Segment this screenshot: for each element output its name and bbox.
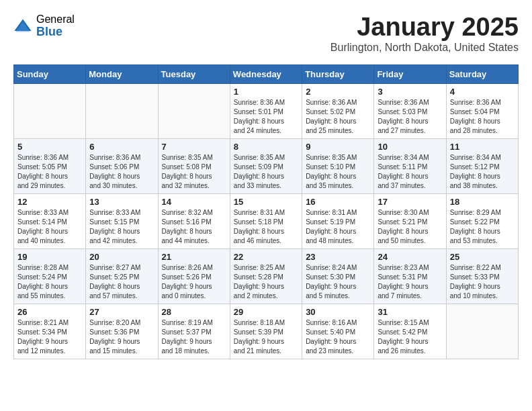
cell-content: Sunrise: 8:28 AM Sunset: 5:24 PM Dayligh… [17, 263, 82, 301]
logo-icon [13, 17, 32, 36]
day-number: 5 [17, 142, 82, 152]
day-number: 22 [234, 252, 298, 262]
cell-content: Sunrise: 8:29 AM Sunset: 5:22 PM Dayligh… [450, 208, 515, 246]
cell-content: Sunrise: 8:34 AM Sunset: 5:11 PM Dayligh… [378, 153, 442, 191]
calendar-cell: 8Sunrise: 8:35 AM Sunset: 5:09 PM Daylig… [230, 138, 302, 193]
calendar-cell [14, 83, 86, 138]
cell-content: Sunrise: 8:15 AM Sunset: 5:42 PM Dayligh… [378, 318, 442, 356]
day-number: 6 [89, 142, 154, 152]
cell-content: Sunrise: 8:31 AM Sunset: 5:18 PM Dayligh… [234, 208, 298, 246]
day-number: 26 [17, 307, 82, 317]
logo-general: General [36, 13, 75, 26]
weekday-header: Saturday [446, 64, 518, 83]
cell-content: Sunrise: 8:24 AM Sunset: 5:30 PM Dayligh… [306, 263, 370, 301]
day-number: 12 [17, 197, 82, 207]
cell-content: Sunrise: 8:21 AM Sunset: 5:34 PM Dayligh… [17, 318, 82, 356]
calendar-cell: 12Sunrise: 8:33 AM Sunset: 5:14 PM Dayli… [14, 193, 86, 248]
calendar-cell: 2Sunrise: 8:36 AM Sunset: 5:02 PM Daylig… [302, 83, 374, 138]
calendar-cell: 11Sunrise: 8:34 AM Sunset: 5:12 PM Dayli… [446, 138, 518, 193]
logo: General Blue [13, 13, 75, 38]
title-block: January 2025 Burlington, North Dakota, U… [330, 13, 519, 54]
month-title: January 2025 [330, 13, 519, 42]
cell-content: Sunrise: 8:36 AM Sunset: 5:02 PM Dayligh… [306, 98, 370, 136]
calendar-cell: 19Sunrise: 8:28 AM Sunset: 5:24 PM Dayli… [14, 248, 86, 304]
day-number: 17 [378, 197, 442, 207]
location: Burlington, North Dakota, United States [330, 42, 519, 54]
calendar-cell: 15Sunrise: 8:31 AM Sunset: 5:18 PM Dayli… [230, 193, 302, 248]
calendar-cell: 6Sunrise: 8:36 AM Sunset: 5:06 PM Daylig… [86, 138, 158, 193]
weekday-header: Monday [86, 64, 158, 83]
day-number: 31 [378, 307, 442, 317]
calendar-cell: 27Sunrise: 8:20 AM Sunset: 5:36 PM Dayli… [86, 304, 158, 359]
calendar-cell: 31Sunrise: 8:15 AM Sunset: 5:42 PM Dayli… [374, 304, 446, 359]
cell-content: Sunrise: 8:36 AM Sunset: 5:04 PM Dayligh… [450, 98, 515, 136]
weekday-header-row: SundayMondayTuesdayWednesdayThursdayFrid… [14, 64, 519, 83]
cell-content: Sunrise: 8:36 AM Sunset: 5:01 PM Dayligh… [234, 98, 298, 136]
calendar-week-row: 5Sunrise: 8:36 AM Sunset: 5:05 PM Daylig… [14, 138, 519, 193]
calendar-cell: 7Sunrise: 8:35 AM Sunset: 5:08 PM Daylig… [158, 138, 230, 193]
calendar-cell: 22Sunrise: 8:25 AM Sunset: 5:28 PM Dayli… [230, 248, 302, 304]
cell-content: Sunrise: 8:32 AM Sunset: 5:16 PM Dayligh… [162, 208, 226, 246]
day-number: 28 [162, 307, 226, 317]
day-number: 20 [89, 252, 154, 262]
day-number: 3 [378, 87, 442, 97]
calendar-cell: 5Sunrise: 8:36 AM Sunset: 5:05 PM Daylig… [14, 138, 86, 193]
calendar-cell: 9Sunrise: 8:35 AM Sunset: 5:10 PM Daylig… [302, 138, 374, 193]
cell-content: Sunrise: 8:22 AM Sunset: 5:33 PM Dayligh… [450, 263, 515, 301]
cell-content: Sunrise: 8:23 AM Sunset: 5:31 PM Dayligh… [378, 263, 442, 301]
calendar-cell: 20Sunrise: 8:27 AM Sunset: 5:25 PM Dayli… [86, 248, 158, 304]
cell-content: Sunrise: 8:18 AM Sunset: 5:39 PM Dayligh… [234, 318, 298, 356]
calendar-cell: 16Sunrise: 8:31 AM Sunset: 5:19 PM Dayli… [302, 193, 374, 248]
cell-content: Sunrise: 8:31 AM Sunset: 5:19 PM Dayligh… [306, 208, 370, 246]
calendar-cell: 18Sunrise: 8:29 AM Sunset: 5:22 PM Dayli… [446, 193, 518, 248]
cell-content: Sunrise: 8:20 AM Sunset: 5:36 PM Dayligh… [89, 318, 154, 356]
cell-content: Sunrise: 8:25 AM Sunset: 5:28 PM Dayligh… [234, 263, 298, 301]
calendar-cell [158, 83, 230, 138]
cell-content: Sunrise: 8:33 AM Sunset: 5:14 PM Dayligh… [17, 208, 82, 246]
cell-content: Sunrise: 8:26 AM Sunset: 5:26 PM Dayligh… [162, 263, 226, 301]
calendar-cell: 25Sunrise: 8:22 AM Sunset: 5:33 PM Dayli… [446, 248, 518, 304]
calendar-cell: 13Sunrise: 8:33 AM Sunset: 5:15 PM Dayli… [86, 193, 158, 248]
cell-content: Sunrise: 8:35 AM Sunset: 5:09 PM Dayligh… [234, 153, 298, 191]
calendar-table: SundayMondayTuesdayWednesdayThursdayFrid… [13, 64, 519, 359]
weekday-header: Friday [374, 64, 446, 83]
day-number: 8 [234, 142, 298, 152]
day-number: 16 [306, 197, 370, 207]
day-number: 27 [89, 307, 154, 317]
day-number: 7 [162, 142, 226, 152]
day-number: 25 [450, 252, 515, 262]
cell-content: Sunrise: 8:36 AM Sunset: 5:06 PM Dayligh… [89, 153, 154, 191]
calendar-cell: 23Sunrise: 8:24 AM Sunset: 5:30 PM Dayli… [302, 248, 374, 304]
calendar-week-row: 19Sunrise: 8:28 AM Sunset: 5:24 PM Dayli… [14, 248, 519, 304]
day-number: 29 [234, 307, 298, 317]
weekday-header: Sunday [14, 64, 86, 83]
page-header: General Blue January 2025 Burlington, No… [13, 13, 519, 54]
day-number: 21 [162, 252, 226, 262]
cell-content: Sunrise: 8:36 AM Sunset: 5:05 PM Dayligh… [17, 153, 82, 191]
calendar-cell: 1Sunrise: 8:36 AM Sunset: 5:01 PM Daylig… [230, 83, 302, 138]
day-number: 23 [306, 252, 370, 262]
day-number: 2 [306, 87, 370, 97]
calendar-cell: 24Sunrise: 8:23 AM Sunset: 5:31 PM Dayli… [374, 248, 446, 304]
calendar-cell: 26Sunrise: 8:21 AM Sunset: 5:34 PM Dayli… [14, 304, 86, 359]
logo-blue: Blue [36, 26, 75, 39]
logo-text: General Blue [36, 13, 75, 38]
day-number: 14 [162, 197, 226, 207]
cell-content: Sunrise: 8:27 AM Sunset: 5:25 PM Dayligh… [89, 263, 154, 301]
cell-content: Sunrise: 8:30 AM Sunset: 5:21 PM Dayligh… [378, 208, 442, 246]
calendar-cell: 10Sunrise: 8:34 AM Sunset: 5:11 PM Dayli… [374, 138, 446, 193]
cell-content: Sunrise: 8:19 AM Sunset: 5:37 PM Dayligh… [162, 318, 226, 356]
calendar-week-row: 1Sunrise: 8:36 AM Sunset: 5:01 PM Daylig… [14, 83, 519, 138]
day-number: 18 [450, 197, 515, 207]
calendar-week-row: 12Sunrise: 8:33 AM Sunset: 5:14 PM Dayli… [14, 193, 519, 248]
calendar-cell: 29Sunrise: 8:18 AM Sunset: 5:39 PM Dayli… [230, 304, 302, 359]
cell-content: Sunrise: 8:35 AM Sunset: 5:08 PM Dayligh… [162, 153, 226, 191]
calendar-week-row: 26Sunrise: 8:21 AM Sunset: 5:34 PM Dayli… [14, 304, 519, 359]
calendar-cell: 4Sunrise: 8:36 AM Sunset: 5:04 PM Daylig… [446, 83, 518, 138]
day-number: 11 [450, 142, 515, 152]
weekday-header: Wednesday [230, 64, 302, 83]
calendar-cell [86, 83, 158, 138]
calendar-cell: 3Sunrise: 8:36 AM Sunset: 5:03 PM Daylig… [374, 83, 446, 138]
day-number: 13 [89, 197, 154, 207]
day-number: 30 [306, 307, 370, 317]
